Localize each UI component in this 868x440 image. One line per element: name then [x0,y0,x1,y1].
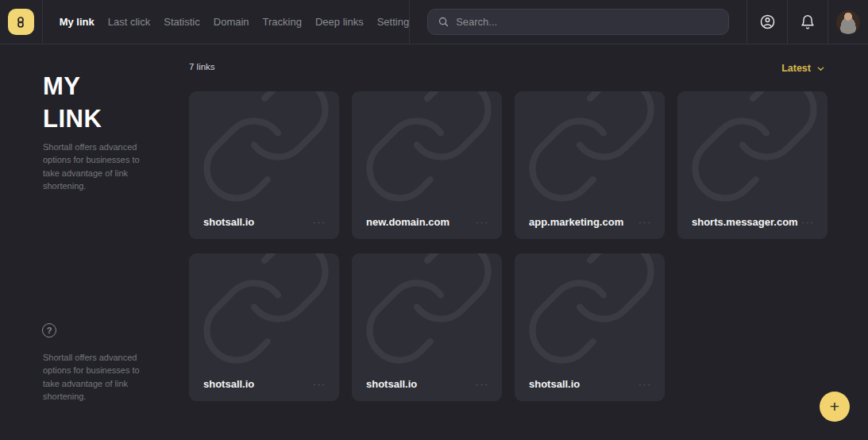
link-watermark-icon [520,253,663,376]
link-watermark-icon [683,91,826,214]
notifications-button[interactable] [787,0,827,44]
card-menu-button[interactable]: ··· [476,218,489,226]
link-icon [14,16,27,29]
link-watermark-icon [195,91,338,214]
link-watermark-icon [357,91,500,214]
main-nav: My link Last click Statistic Domain Trac… [60,0,409,44]
card-menu-button[interactable]: ··· [638,218,652,226]
link-card[interactable]: shorts.messager.com ··· [677,91,827,239]
link-card[interactable]: shotsall.io ··· [189,253,339,401]
chevron-down-icon [816,64,825,73]
card-menu-button[interactable]: ··· [313,380,326,388]
card-menu-button[interactable]: ··· [638,380,652,388]
link-watermark-icon [357,253,500,376]
shortall-app: My link Last click Statistic Domain Trac… [0,0,868,440]
search-box[interactable] [427,9,729,35]
card-domain: shorts.messager.com [692,216,798,228]
add-link-button[interactable]: + [820,392,850,422]
link-card[interactable]: shotsall.io ··· [352,253,502,401]
app-logo[interactable] [8,9,34,35]
page-title: MY LINK [43,70,102,135]
search-area [409,0,746,44]
card-menu-button[interactable]: ··· [476,380,489,388]
nav-my-link[interactable]: My link [60,16,95,28]
search-icon [438,16,449,28]
nav-tracking[interactable]: Tracking [263,16,302,28]
user-avatar[interactable] [836,10,860,34]
search-input[interactable] [456,16,719,28]
sort-dropdown[interactable]: Latest [781,63,825,74]
nav-last-click[interactable]: Last click [108,16,150,28]
bell-icon [800,14,816,30]
sidebar-description-2: Shortall offers advanced options for bus… [43,351,140,403]
link-watermark-icon [195,253,338,376]
link-card[interactable]: app.marketing.com ··· [515,91,665,239]
card-domain: shotsall.io [203,378,254,390]
link-card[interactable]: shotsall.io ··· [515,253,665,401]
nav-setting[interactable]: Setting [377,16,409,28]
profile-cell[interactable] [827,0,868,44]
card-domain: shotsall.io [529,378,580,390]
help-button[interactable]: ? [42,323,56,338]
top-bar: My link Last click Statistic Domain Trac… [0,0,868,44]
plus-icon: + [830,397,839,416]
links-grid: shotsall.io ··· new.domain.com ··· app.m… [189,91,827,401]
card-domain: shotsall.io [203,216,254,228]
link-card[interactable]: new.domain.com ··· [352,91,502,239]
link-watermark-icon [520,91,663,214]
account-button[interactable] [746,0,787,44]
nav-domain[interactable]: Domain [214,16,249,28]
sidebar-description: Shortall offers advanced options for bus… [43,141,140,192]
links-count: 7 links [189,62,215,71]
question-icon: ? [47,326,52,335]
nav-statistic[interactable]: Statistic [164,16,200,28]
card-domain: new.domain.com [366,216,449,228]
nav-deep-links[interactable]: Deep links [315,16,364,28]
card-menu-button[interactable]: ··· [313,218,326,226]
sort-label: Latest [781,63,811,74]
link-card[interactable]: shotsall.io ··· [189,91,339,239]
card-domain: shotsall.io [366,378,417,390]
logo-cell [0,0,43,44]
account-icon [759,14,776,30]
card-menu-button[interactable]: ··· [801,218,815,226]
card-domain: app.marketing.com [529,216,623,228]
